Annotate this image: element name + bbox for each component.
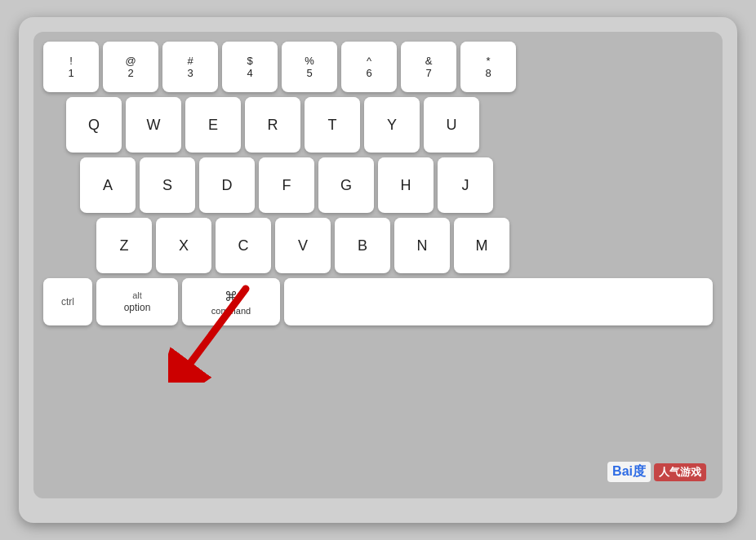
watermark: Bai度 人气游戏 — [607, 462, 706, 482]
zxcv-row: Z X C V B N M — [43, 218, 713, 273]
key-5[interactable]: % 5 — [282, 42, 337, 92]
key-d[interactable]: D — [199, 157, 255, 213]
key-2[interactable]: @ 2 — [103, 42, 158, 92]
key-j[interactable]: J — [438, 157, 493, 213]
key-v[interactable]: V — [275, 218, 331, 273]
key-n[interactable]: N — [394, 218, 450, 273]
key-q[interactable]: Q — [66, 97, 122, 153]
key-t[interactable]: T — [305, 97, 360, 153]
key-h[interactable]: H — [378, 157, 434, 213]
asdf-row: A S D F G H J — [43, 157, 713, 213]
key-a[interactable]: A — [80, 157, 136, 213]
key-1[interactable]: ! 1 — [43, 42, 99, 92]
key-z[interactable]: Z — [96, 218, 152, 273]
key-alt-option[interactable]: alt option — [96, 278, 178, 325]
key-g[interactable]: G — [318, 157, 374, 213]
key-m[interactable]: M — [454, 218, 509, 273]
key-3[interactable]: # 3 — [162, 42, 218, 92]
qwerty-row: Q W E R T Y U — [43, 97, 713, 153]
keyboard-container: ! 1 @ 2 # 3 $ 4 — [19, 17, 737, 523]
key-s[interactable]: S — [140, 157, 195, 213]
keyboard-inner: ! 1 @ 2 # 3 $ 4 — [33, 32, 723, 498]
key-r[interactable]: R — [245, 97, 300, 153]
key-8[interactable]: * 8 — [460, 42, 516, 92]
key-command[interactable]: ⌘ command — [182, 278, 280, 325]
key-4[interactable]: $ 4 — [222, 42, 278, 92]
key-6[interactable]: ^ 6 — [341, 42, 397, 92]
watermark-baidu: Bai度 — [607, 462, 651, 482]
watermark-game: 人气游戏 — [654, 463, 706, 481]
key-y[interactable]: Y — [364, 97, 420, 153]
key-c[interactable]: C — [216, 218, 271, 273]
key-u[interactable]: U — [424, 97, 479, 153]
key-spacebar[interactable] — [284, 278, 713, 325]
number-row: ! 1 @ 2 # 3 $ 4 — [43, 42, 713, 92]
key-7[interactable]: & 7 — [401, 42, 456, 92]
key-e[interactable]: E — [185, 97, 241, 153]
key-x[interactable]: X — [156, 218, 211, 273]
bottom-row: ctrl alt option ⌘ command — [43, 278, 713, 325]
key-f[interactable]: F — [259, 157, 314, 213]
key-b[interactable]: B — [335, 218, 390, 273]
key-w[interactable]: W — [126, 97, 181, 153]
key-ctrl[interactable]: ctrl — [43, 278, 92, 325]
